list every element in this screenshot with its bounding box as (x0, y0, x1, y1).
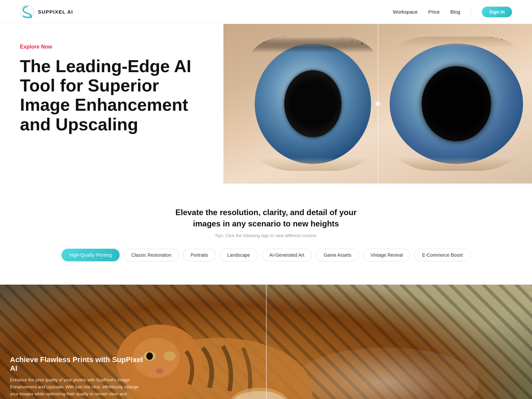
divider-dot (375, 101, 380, 106)
nav-links: Workspace Price Blog Sign In (393, 7, 512, 17)
brand-name: SUPPIXEL AI (38, 9, 73, 15)
filter-tags: High-Quality Printing Classic Restoratio… (20, 249, 512, 261)
logo-area: SUPPIXEL AI (20, 5, 73, 19)
svg-point-0 (21, 5, 34, 19)
filter-e-commerce-boost[interactable]: E-Commerce Boost (414, 249, 470, 261)
workspace-link[interactable]: Workspace (393, 9, 418, 15)
showcase-overlay: Achieve Flawless Prints with SupPixel AI… (0, 285, 532, 399)
navbar: SUPPIXEL AI Workspace Price Blog Sign In (0, 0, 532, 24)
svg-point-2 (30, 15, 32, 17)
filter-ai-generated-art[interactable]: AI-Generated Art (262, 249, 312, 261)
right-eye-area (387, 37, 526, 171)
content-section: Elevate the resolution, clarity, and det… (0, 184, 532, 271)
content-headline: Elevate the resolution, clarity, and det… (166, 207, 366, 229)
showcase-description: Enhance the print quality of your photos… (10, 377, 143, 399)
hero-title: The Leading-Edge AI Tool for Superior Im… (20, 57, 203, 134)
showcase-text: Achieve Flawless Prints with SupPixel AI… (10, 355, 143, 399)
filter-vintage-revival[interactable]: Vintage Revival (363, 249, 410, 261)
showcase-section: Achieve Flawless Prints with SupPixel AI… (0, 285, 532, 399)
hero-left: Explore Now The Leading-Edge AI Tool for… (0, 24, 223, 154)
tips-text: Tips: Click the following tags to view d… (20, 233, 512, 238)
filter-portraits[interactable]: Portraits (183, 249, 215, 261)
filter-high-quality-printing[interactable]: High-Quality Printing (62, 249, 119, 261)
svg-point-1 (23, 7, 25, 9)
hero-image (223, 24, 532, 184)
nav-divider (471, 8, 471, 16)
showcase-title: Achieve Flawless Prints with SupPixel AI (10, 355, 143, 373)
filter-landscape[interactable]: Landscape (220, 249, 258, 261)
hero-section: Explore Now The Leading-Edge AI Tool for… (0, 24, 532, 184)
filter-classic-restoration[interactable]: Classic Restoration (124, 249, 179, 261)
price-link[interactable]: Price (428, 9, 440, 15)
logo-icon (20, 5, 35, 19)
sign-in-button[interactable]: Sign In (482, 7, 512, 17)
explore-label: Explore Now (20, 44, 203, 50)
svg-point-3 (27, 13, 28, 14)
blog-link[interactable]: Blog (450, 9, 460, 15)
left-eye-area (248, 37, 378, 171)
filter-game-assets[interactable]: Game Assets (316, 249, 359, 261)
